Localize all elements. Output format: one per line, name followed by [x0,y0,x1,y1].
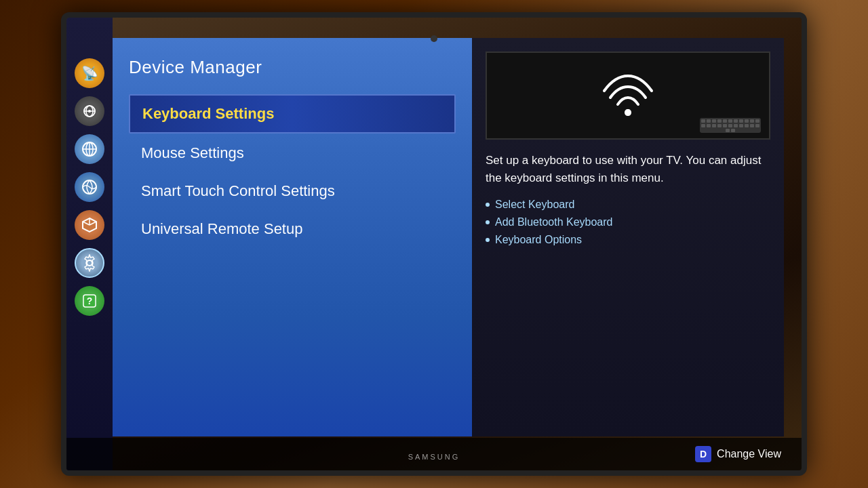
sidebar-icon-help[interactable]: ? [75,286,104,316]
main-panel: Device Manager Keyboard Settings Mouse S… [113,38,472,436]
sidebar-icon-network[interactable] [75,96,104,126]
info-description: Set up a keyboard to use with your TV. Y… [486,152,770,186]
info-bullet-add-bluetooth: Add Bluetooth Keyboard [486,216,770,228]
sidebar: 📡 [66,18,113,470]
panel-title: Device Manager [129,57,456,78]
bullet-text-add-bluetooth: Add Bluetooth Keyboard [495,216,612,228]
info-bullet-select-keyboard: Select Keyboard [486,199,770,211]
bullet-dot-3 [486,238,490,242]
change-view-label: Change View [717,448,781,460]
sidebar-icon-globe[interactable] [75,134,104,164]
bullet-text-select-keyboard: Select Keyboard [495,199,574,211]
sidebar-icon-settings[interactable] [75,248,104,278]
bullet-dot-1 [486,203,490,207]
camera-dot [431,35,437,42]
info-panel: Set up a keyboard to use with your TV. Y… [472,38,784,436]
svg-text:?: ? [87,296,93,306]
menu-item-keyboard-settings[interactable]: Keyboard Settings [129,94,456,134]
d-key-icon: D [695,446,711,462]
bullet-dot-2 [486,220,490,224]
menu-item-mouse-settings[interactable]: Mouse Settings [129,135,456,171]
sidebar-icon-broadcast[interactable]: 📡 [75,58,104,88]
keyboard-silhouette-image [700,118,761,133]
change-view-button[interactable]: D Change View [695,446,781,462]
info-bullet-keyboard-options: Keyboard Options [486,234,770,246]
menu-item-smart-touch[interactable]: Smart Touch Control Settings [129,173,456,209]
tv-screen: ANIMAL PLANET 📡 [66,18,802,470]
menu-item-universal-remote[interactable]: Universal Remote Setup [129,211,456,247]
sidebar-icon-globe2[interactable] [75,172,104,202]
tv-frame: ANIMAL PLANET 📡 [61,12,807,476]
svg-point-13 [87,260,92,266]
info-image [486,52,770,140]
bullet-text-keyboard-options: Keyboard Options [495,234,582,246]
sidebar-icon-cube[interactable] [75,210,104,240]
samsung-logo: SAMSUNG [408,453,460,461]
wifi-image-icon [601,72,655,119]
